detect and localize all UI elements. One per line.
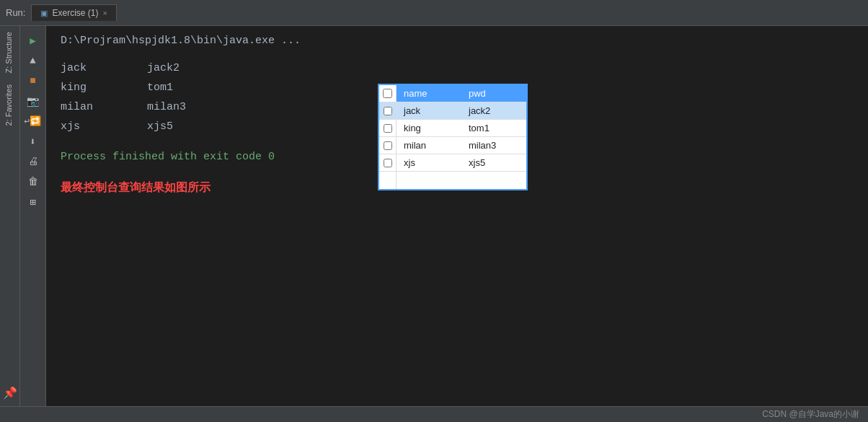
- output-cell-xjs-name: xjs: [61, 117, 147, 136]
- output-cell-jack-pwd: jack2: [147, 58, 180, 78]
- tab-title: Exercise (1): [52, 8, 98, 18]
- import-button[interactable]: ⬇: [25, 133, 42, 150]
- console-path-line: D:\Projram\hspjdk1.8\bin\java.exe ...: [61, 35, 854, 47]
- output-cell-jack-name: jack: [61, 58, 147, 78]
- row-check-king: [379, 120, 397, 136]
- tab-close-button[interactable]: ×: [102, 9, 107, 17]
- left-panel-sidebar: Z: Structure 2: Favorites 📌: [0, 26, 20, 406]
- delete-button[interactable]: 🗑: [25, 173, 42, 190]
- run-button[interactable]: ▶: [25, 32, 42, 49]
- checkbox-xjs[interactable]: [384, 159, 392, 167]
- row-check-xjs: [379, 154, 397, 171]
- top-bar: Run: ▣ Exercise (1) ×: [0, 0, 868, 26]
- output-cell-xjs-pwd: xjs5: [147, 117, 173, 136]
- output-cell-milan-pwd: milan3: [147, 97, 186, 117]
- table-header-pwd: pwd: [461, 85, 526, 102]
- cell-xjs-name: xjs: [397, 154, 461, 171]
- table-empty-row: [379, 172, 526, 189]
- console-area: D:\Projram\hspjdk1.8\bin\java.exe ... ja…: [46, 26, 868, 406]
- header-checkbox[interactable]: [383, 89, 392, 98]
- structure-panel-label[interactable]: Z: Structure: [0, 26, 19, 79]
- table-row-milan: milan milan3: [379, 137, 526, 154]
- favorites-panel-label[interactable]: 2: Favorites: [0, 79, 19, 131]
- tab-icon: ▣: [40, 9, 48, 18]
- empty-cell-1: [397, 172, 461, 189]
- cell-jack-pwd: jack2: [461, 102, 526, 119]
- cell-xjs-pwd: xjs5: [461, 154, 526, 171]
- checkbox-jack[interactable]: [384, 107, 392, 115]
- row-check-jack: [379, 102, 397, 119]
- cell-milan-name: milan: [397, 137, 461, 154]
- bottom-bar: CSDN @自学Java的小谢: [0, 406, 868, 422]
- exercise-tab[interactable]: ▣ Exercise (1) ×: [31, 4, 116, 21]
- stop-button[interactable]: ■: [25, 72, 42, 89]
- checkbox-milan[interactable]: [384, 141, 392, 150]
- main-layout: Z: Structure 2: Favorites 📌 ▶ ▲ ■ 📷 ↩🔁 ⬇…: [0, 26, 868, 406]
- checkbox-king[interactable]: [384, 124, 392, 133]
- cell-king-pwd: tom1: [461, 120, 526, 136]
- toolbar-sidebar: ▶ ▲ ■ 📷 ↩🔁 ⬇ 🖨 🗑 ⊞: [20, 26, 46, 406]
- empty-cell-2: [461, 172, 526, 189]
- output-cell-king-pwd: tom1: [147, 78, 173, 97]
- pin-icon[interactable]: 📌: [3, 386, 17, 400]
- table-header-name: name: [397, 85, 461, 102]
- cell-king-name: king: [397, 120, 461, 136]
- table-row-jack: jack jack2: [379, 102, 526, 120]
- cell-milan-pwd: milan3: [461, 137, 526, 154]
- layout-button[interactable]: ⊞: [25, 193, 42, 211]
- table-row-xjs: xjs xjs5: [379, 154, 526, 172]
- output-row-1: jack jack2: [61, 58, 854, 78]
- floating-table: name pwd jack jack2 king tom1: [378, 84, 528, 190]
- run-label: Run:: [6, 7, 25, 18]
- table-row-king: king tom1: [379, 120, 526, 137]
- table-header-row: name pwd: [379, 85, 526, 102]
- print-button[interactable]: 🖨: [25, 153, 42, 170]
- rerun-button[interactable]: ↩🔁: [25, 113, 42, 130]
- row-check-milan: [379, 137, 397, 154]
- watermark-text: CSDN @自学Java的小谢: [762, 408, 859, 421]
- header-checkbox-cell: [379, 85, 397, 102]
- cell-jack-name: jack: [397, 102, 461, 119]
- output-cell-milan-name: milan: [61, 97, 147, 117]
- empty-check: [379, 172, 397, 189]
- camera-button[interactable]: 📷: [25, 92, 42, 110]
- scroll-up-button[interactable]: ▲: [25, 52, 42, 69]
- output-cell-king-name: king: [61, 78, 147, 97]
